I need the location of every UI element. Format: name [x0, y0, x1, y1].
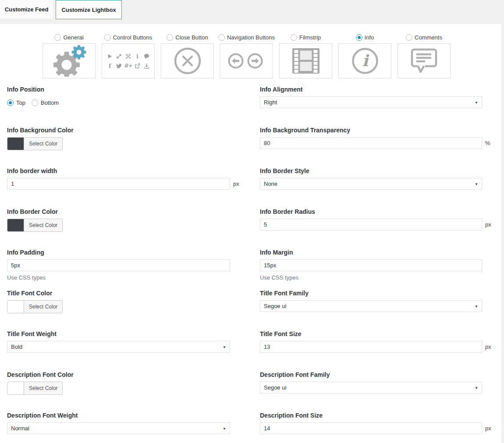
- info-settings-form: Info Position Top Bottom Info Alignment …: [0, 86, 501, 443]
- comments-radio[interactable]: [406, 34, 412, 41]
- navigation-buttons-radio[interactable]: [218, 34, 225, 41]
- control-buttons-icon-box[interactable]: i f 8+: [102, 43, 155, 78]
- description-font-weight-value: Normal: [11, 425, 29, 432]
- title-font-size-input[interactable]: [260, 341, 482, 353]
- navigation-buttons-radio-label: Navigation Buttons: [227, 34, 275, 41]
- description-font-color-button[interactable]: Select Color: [7, 382, 63, 395]
- selector-item-general: General: [43, 34, 96, 78]
- navigation-buttons-icon-box[interactable]: [220, 43, 273, 78]
- px-suffix: px: [485, 221, 491, 228]
- color-swatch: [7, 301, 24, 313]
- info-radio[interactable]: [356, 34, 362, 41]
- percent-suffix: %: [485, 140, 490, 146]
- select-color-button-label: Select Color: [24, 219, 62, 231]
- title-font-size-label: Title Font Size: [260, 331, 501, 337]
- description-font-size-input[interactable]: [260, 422, 482, 434]
- info-border-style-select[interactable]: None ▼: [260, 178, 482, 190]
- chevron-down-icon: ▼: [223, 427, 226, 431]
- info-margin-label: Info Margin: [260, 249, 501, 256]
- px-suffix: px: [233, 181, 239, 187]
- close-button-radio[interactable]: [167, 34, 173, 41]
- settings-panel: General: [0, 24, 501, 443]
- comments-icon-box[interactable]: [398, 43, 451, 78]
- filmstrip-icon: [292, 48, 319, 74]
- comments-radio-label: Comments: [415, 34, 442, 41]
- info-alignment-value: Right: [264, 99, 277, 106]
- info-border-radius-label: Info Border Radius: [260, 209, 501, 215]
- control-buttons-radio-label: Control Buttons: [113, 34, 153, 41]
- description-font-weight-select[interactable]: Normal ▼: [7, 422, 230, 434]
- lightbox-section-selector: General: [0, 24, 501, 78]
- color-swatch: [7, 382, 24, 394]
- description-font-color-label: Description Font Color: [7, 372, 253, 378]
- description-font-family-value: Segoe ui: [264, 384, 286, 391]
- info-icon-box[interactable]: i: [338, 43, 391, 78]
- info-border-style-label: Info Border Style: [260, 168, 501, 174]
- comment-mini-icon: [143, 53, 150, 60]
- general-radio-label: General: [63, 34, 83, 41]
- filmstrip-radio-label: Filmstrip: [299, 34, 321, 41]
- info-radio-label: Info: [365, 34, 374, 41]
- fullscreen-icon: [125, 53, 131, 60]
- description-font-family-select[interactable]: Segoe ui ▼: [260, 382, 482, 393]
- info-background-transparency-input[interactable]: [260, 137, 482, 149]
- chevron-down-icon: ▼: [475, 386, 478, 390]
- info-border-radius-input[interactable]: [260, 219, 482, 230]
- close-circle-icon: [172, 46, 203, 76]
- info-border-style-value: None: [264, 181, 277, 187]
- info-position-top-radio[interactable]: [7, 99, 14, 106]
- info-padding-hint: Use CSS types: [7, 274, 253, 281]
- description-font-weight-label: Description Font Weight: [7, 412, 253, 419]
- general-radio[interactable]: [54, 34, 61, 41]
- title-font-family-label: Title Font Family: [260, 290, 501, 297]
- info-padding-input[interactable]: [7, 259, 230, 271]
- title-font-color-button[interactable]: Select Color: [7, 300, 63, 313]
- selector-item-comments: Comments: [398, 34, 451, 78]
- color-swatch: [7, 138, 24, 150]
- chevron-down-icon: ▼: [475, 305, 478, 308]
- info-position-bottom-radio[interactable]: [32, 99, 38, 106]
- info-circle-icon: i: [350, 46, 380, 76]
- tab-customize-feed[interactable]: Customize Feed: [0, 0, 53, 18]
- close-button-radio-label: Close Button: [175, 34, 208, 41]
- comment-bubble-icon: [410, 48, 438, 74]
- info-background-color-label: Info Background Color: [7, 127, 253, 134]
- info-border-width-input[interactable]: [7, 178, 230, 190]
- title-font-color-label: Title Font Color: [7, 290, 253, 297]
- title-font-weight-select[interactable]: Bold ▼: [7, 341, 230, 353]
- title-font-weight-value: Bold: [11, 344, 22, 350]
- info-position-label: Info Position: [7, 86, 253, 93]
- info-border-color-button[interactable]: Select Color: [7, 219, 63, 232]
- info-background-color-button[interactable]: Select Color: [7, 137, 63, 150]
- info-margin-hint: Use CSS types: [260, 274, 501, 281]
- selector-item-info: Info i: [338, 34, 391, 78]
- px-suffix: px: [485, 425, 491, 432]
- general-icon-box[interactable]: [43, 43, 96, 78]
- twitter-icon: [116, 63, 122, 69]
- info-mini-icon: i: [134, 53, 141, 60]
- px-suffix: px: [485, 344, 491, 350]
- info-position-top-label: Top: [16, 99, 25, 106]
- tab-bar: Customize Feed Customize Lightbox: [0, 0, 504, 24]
- filmstrip-radio[interactable]: [291, 34, 297, 41]
- tab-customize-lightbox[interactable]: Customize Lightbox: [56, 0, 122, 19]
- select-color-button-label: Select Color: [24, 138, 62, 150]
- title-font-family-value: Segoe ui: [264, 303, 286, 309]
- prev-next-arrows-icon: [227, 52, 267, 70]
- info-border-width-label: Info border width: [7, 168, 253, 174]
- facebook-icon: f: [106, 63, 113, 69]
- play-icon: [106, 53, 113, 60]
- title-font-weight-label: Title Font Weight: [7, 331, 253, 337]
- chevron-down-icon: ▼: [475, 101, 478, 105]
- control-buttons-radio[interactable]: [104, 34, 111, 41]
- info-alignment-select[interactable]: Right ▼: [260, 96, 482, 108]
- selector-item-filmstrip: Filmstrip: [279, 34, 332, 78]
- gears-icon: [52, 45, 86, 77]
- info-margin-input[interactable]: [260, 259, 482, 271]
- filmstrip-icon-box[interactable]: [279, 43, 332, 78]
- select-color-button-label: Select Color: [24, 382, 62, 394]
- close-button-icon-box[interactable]: [161, 43, 214, 78]
- title-font-family-select[interactable]: Segoe ui ▼: [260, 300, 482, 312]
- external-link-icon: [134, 63, 141, 69]
- download-icon: [143, 63, 150, 69]
